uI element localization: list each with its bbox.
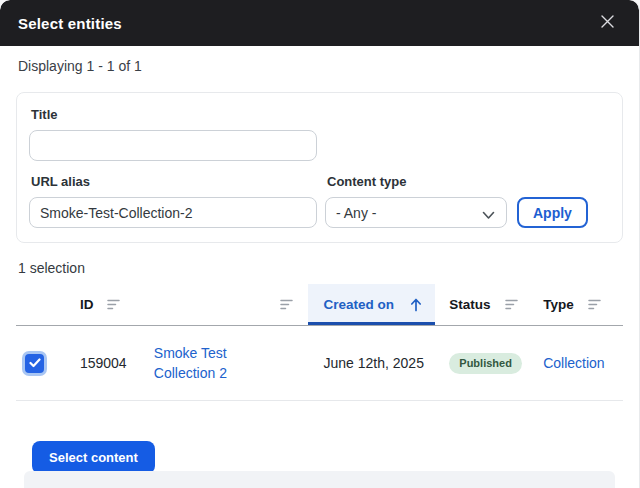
next-section-edge [24, 471, 615, 488]
apply-button[interactable]: Apply [517, 197, 588, 228]
title-input[interactable] [29, 130, 317, 161]
cell-type: Collection [529, 353, 623, 373]
column-header-status[interactable]: Status [435, 284, 529, 325]
cell-created-on: June 12th, 2025 [308, 353, 436, 373]
select-entities-modal: Select entities Displaying 1 - 1 of 1 Ti… [0, 0, 640, 488]
column-header-id[interactable]: ID [64, 284, 140, 325]
results-count: Displaying 1 - 1 of 1 [18, 58, 623, 74]
filter-panel: Title URL alias Content type - Any - [16, 92, 623, 243]
cell-id: 159004 [64, 355, 140, 371]
close-button[interactable] [595, 11, 619, 35]
cell-title: Smoke Test Collection 2 [140, 343, 308, 384]
entity-type-link[interactable]: Collection [543, 353, 604, 373]
content-type-label: Content type [327, 174, 507, 189]
column-header-checkbox [16, 284, 64, 325]
close-icon [600, 14, 615, 32]
modal-title: Select entities [18, 15, 122, 32]
table-header-row: ID Created on [16, 284, 623, 326]
content-type-select[interactable]: - Any - [325, 197, 507, 228]
selection-count: 1 selection [18, 260, 623, 276]
sort-lines-icon[interactable] [588, 299, 602, 310]
cell-status: Published [435, 353, 529, 374]
column-header-type[interactable]: Type [529, 284, 623, 325]
status-badge: Published [449, 353, 522, 374]
select-content-button[interactable]: Select content [32, 441, 155, 474]
column-header-title[interactable] [140, 284, 308, 325]
url-alias-label: URL alias [31, 174, 317, 189]
table-row: 159004 Smoke Test Collection 2 June 12th… [16, 326, 623, 401]
url-alias-input[interactable] [29, 197, 317, 228]
modal-header: Select entities [0, 0, 639, 46]
content-type-selected-value: - Any - [336, 205, 376, 221]
check-icon [29, 355, 41, 371]
sort-lines-icon[interactable] [505, 299, 519, 310]
title-label: Title [31, 107, 610, 122]
sort-lines-icon[interactable] [107, 299, 121, 310]
entity-title-link[interactable]: Smoke Test Collection 2 [154, 343, 266, 384]
chevron-down-icon [482, 207, 495, 223]
modal-body: Displaying 1 - 1 of 1 Title URL alias Co… [0, 46, 639, 474]
entities-table: ID Created on [16, 284, 623, 401]
row-checkbox-checked[interactable] [25, 354, 44, 373]
arrow-up-icon[interactable] [410, 298, 422, 312]
row-select-cell [16, 354, 64, 373]
sort-lines-icon[interactable] [280, 299, 294, 310]
column-header-created-on[interactable]: Created on [308, 284, 436, 325]
